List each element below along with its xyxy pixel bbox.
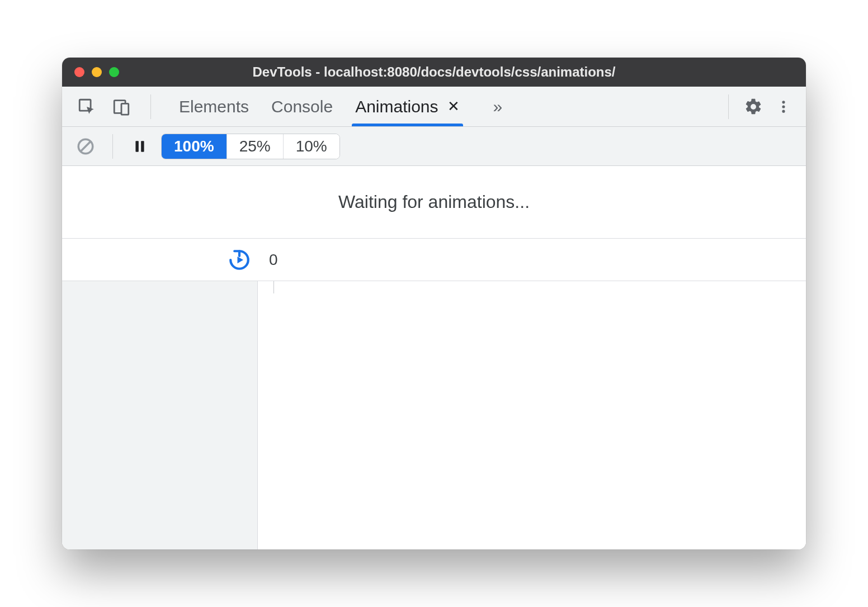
separator: [150, 94, 151, 119]
window-close-button[interactable]: [74, 67, 84, 77]
timeline-tick: [273, 281, 274, 293]
timeline-header: 0: [62, 239, 806, 281]
replay-button[interactable]: [228, 248, 251, 272]
timeline-start-label: 0: [269, 251, 278, 269]
window-title: DevTools - localhost:8080/docs/devtools/…: [62, 64, 806, 80]
svg-rect-2: [121, 103, 129, 115]
speed-10-button[interactable]: 10%: [283, 134, 339, 159]
window-zoom-button[interactable]: [109, 67, 119, 77]
separator: [728, 94, 729, 119]
svg-point-3: [782, 101, 785, 103]
kebab-menu-button[interactable]: [772, 96, 795, 118]
tab-label: Elements: [179, 97, 249, 116]
waiting-message: Waiting for animations...: [338, 192, 530, 212]
speed-label: 25%: [239, 137, 271, 155]
titlebar: DevTools - localhost:8080/docs/devtools/…: [62, 58, 806, 87]
svg-point-4: [782, 105, 785, 108]
speed-label: 100%: [174, 137, 214, 155]
settings-button[interactable]: [742, 96, 765, 118]
gear-icon: [744, 97, 763, 116]
speed-100-button[interactable]: 100%: [162, 134, 227, 159]
tab-elements[interactable]: Elements: [179, 87, 249, 126]
device-toolbar-icon[interactable]: [110, 96, 133, 118]
replay-icon: [228, 248, 251, 272]
tab-label: Animations: [355, 97, 438, 116]
clear-button[interactable]: [74, 135, 97, 158]
speed-25-button[interactable]: 25%: [227, 134, 283, 159]
pause-button[interactable]: [129, 135, 151, 158]
traffic-lights: [62, 67, 119, 77]
kebab-icon: [776, 99, 791, 115]
animation-list-pane: [62, 281, 258, 549]
inspect-element-icon[interactable]: [76, 96, 98, 118]
window-minimize-button[interactable]: [92, 67, 102, 77]
svg-rect-9: [141, 141, 144, 152]
devtools-window: DevTools - localhost:8080/docs/devtools/…: [62, 58, 806, 549]
svg-marker-10: [238, 256, 244, 263]
svg-point-5: [782, 110, 785, 112]
tab-animations[interactable]: Animations ✕: [355, 87, 459, 126]
tab-console[interactable]: Console: [271, 87, 333, 126]
close-icon[interactable]: ✕: [447, 98, 460, 115]
more-tabs-button[interactable]: »: [482, 87, 514, 126]
chevron-double-right-icon: »: [493, 97, 503, 116]
tab-label: Console: [271, 97, 333, 116]
animation-panes: [62, 281, 806, 549]
main-tabbar: Elements Console Animations ✕ »: [62, 87, 806, 127]
animation-timeline-pane[interactable]: [258, 281, 806, 549]
clear-icon: [76, 137, 95, 156]
pause-icon: [133, 139, 147, 154]
playback-speed-group: 100% 25% 10%: [161, 134, 340, 159]
svg-line-7: [81, 141, 91, 151]
animations-toolbar: 100% 25% 10%: [62, 127, 806, 166]
svg-rect-8: [135, 141, 138, 152]
speed-label: 10%: [296, 137, 327, 155]
separator: [112, 134, 113, 159]
waiting-panel: Waiting for animations...: [62, 166, 806, 239]
